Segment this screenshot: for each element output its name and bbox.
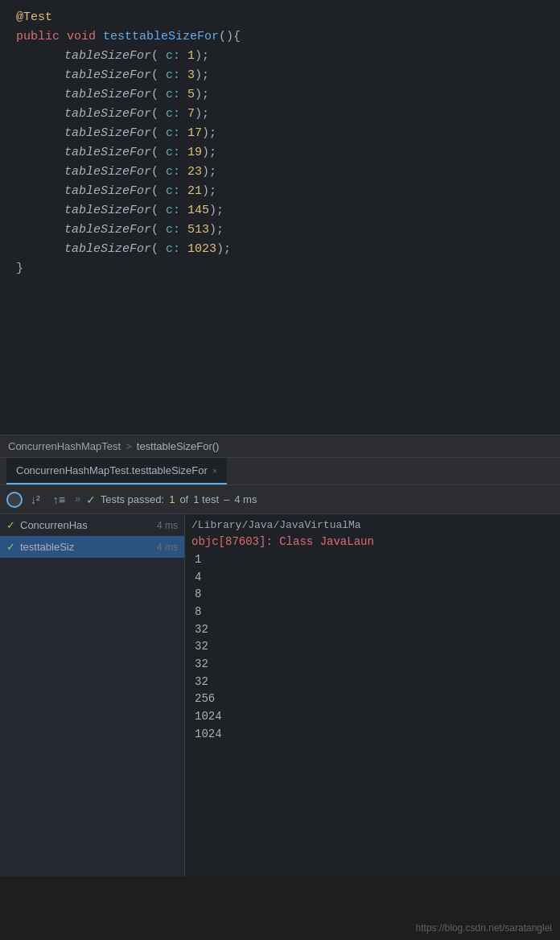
test-method-name: testtableSiz: [20, 541, 74, 553]
toolbar-separator: »: [73, 493, 83, 505]
output-num-5: 32: [191, 621, 554, 639]
pass-icon: ✓: [86, 493, 96, 506]
keyword-void: void: [67, 27, 96, 47]
total-tests: 1 test: [193, 493, 219, 505]
watermark: https://blog.csdn.net/saratanglei: [416, 922, 552, 934]
output-num-4: 8: [191, 604, 554, 621]
output-num-9: 256: [191, 691, 554, 708]
tab-label: ConcurrenHashMapTest.testtableSizeFor: [16, 464, 208, 476]
method-name: testtableSizeFor: [103, 27, 219, 47]
test-class-name: ConcurrenHas: [20, 519, 88, 531]
test-method-duration: 4 ms: [157, 542, 178, 553]
code-line: tableSizeFor ( c: 19 );: [0, 143, 560, 163]
code-line: tableSizeFor ( c: 513 );: [0, 221, 560, 240]
output-num-7: 32: [191, 656, 554, 674]
keyword-public: public: [16, 27, 60, 47]
code-line: tableSizeFor ( c: 23 );: [0, 163, 560, 182]
fn-call: tableSizeFor: [64, 47, 151, 66]
test-time: 4 ms: [234, 493, 257, 505]
results-panel: ✓ ConcurrenHas 4 ms ✓ testtableSiz 4 ms …: [0, 514, 560, 876]
output-num-2: 4: [191, 569, 554, 587]
output-error: objc[87603]: Class JavaLaun: [191, 534, 554, 551]
breadcrumb-class[interactable]: ConcurrenHashMapTest: [8, 440, 121, 452]
output-num-3: 8: [191, 586, 554, 604]
toolbar: ↓² ↑≡ » ✓ Tests passed: 1 of 1 test – 4 …: [0, 485, 560, 514]
tab-close-button[interactable]: ×: [212, 466, 217, 476]
status-text: Tests passed:: [101, 493, 165, 505]
code-line: }: [0, 259, 560, 278]
output-panel: /Library/Java/JavaVirtualMa objc[87603]:…: [185, 514, 560, 876]
test-count: 1: [169, 493, 175, 505]
output-num-1: 1: [191, 551, 554, 569]
pass-icon: ✓: [6, 519, 15, 531]
test-sidebar-item-method[interactable]: ✓ testtableSiz 4 ms: [0, 536, 184, 558]
breadcrumb-method[interactable]: testtableSizeFor(): [137, 440, 220, 452]
output-num-10: 1024: [191, 708, 554, 726]
pass-icon-2: ✓: [6, 541, 15, 553]
test-status: ✓ Tests passed: 1 of 1 test – 4 ms: [86, 493, 257, 506]
code-line: tableSizeFor ( c: 1 );: [0, 47, 560, 66]
run-icon[interactable]: [6, 492, 23, 508]
code-line: tableSizeFor ( c: 17 );: [0, 124, 560, 143]
breadcrumb: ConcurrenHashMapTest > testtableSizeFor(…: [0, 435, 560, 458]
sort-asc-button[interactable]: ↓²: [26, 490, 45, 509]
code-line: tableSizeFor ( c: 145 );: [0, 201, 560, 221]
of-label: of: [179, 493, 188, 505]
code-line: public void testtableSizeFor (){: [0, 27, 560, 47]
output-num-6: 32: [191, 638, 554, 656]
code-line: tableSizeFor ( c: 7 );: [0, 105, 560, 124]
code-line: tableSizeFor ( c: 1023 );: [0, 240, 560, 259]
test-sidebar-item-class[interactable]: ✓ ConcurrenHas 4 ms: [0, 514, 184, 536]
sort-desc-button[interactable]: ↑≡: [48, 490, 70, 509]
output-num-11: 1024: [191, 726, 554, 744]
tab-test[interactable]: ConcurrenHashMapTest.testtableSizeFor ×: [6, 458, 227, 484]
watermark-text: https://blog.csdn.net/saratanglei: [416, 922, 552, 934]
test-sidebar: ✓ ConcurrenHas 4 ms ✓ testtableSiz 4 ms: [0, 514, 185, 876]
code-line: tableSizeFor ( c: 21 );: [0, 182, 560, 201]
breadcrumb-separator: >: [126, 440, 132, 452]
annotation: @Test: [16, 8, 52, 27]
dash-sep: –: [224, 493, 229, 505]
output-path: /Library/Java/JavaVirtualMa: [191, 517, 554, 534]
tab-bar: ConcurrenHashMapTest.testtableSizeFor ×: [0, 458, 560, 485]
code-line: tableSizeFor ( c: 3 );: [0, 66, 560, 85]
code-editor: @Test public void testtableSizeFor (){ t…: [0, 0, 560, 435]
code-line: @Test: [0, 8, 560, 27]
output-num-8: 32: [191, 674, 554, 691]
code-line: tableSizeFor ( c: 5 );: [0, 85, 560, 105]
test-class-duration: 4 ms: [157, 520, 178, 531]
